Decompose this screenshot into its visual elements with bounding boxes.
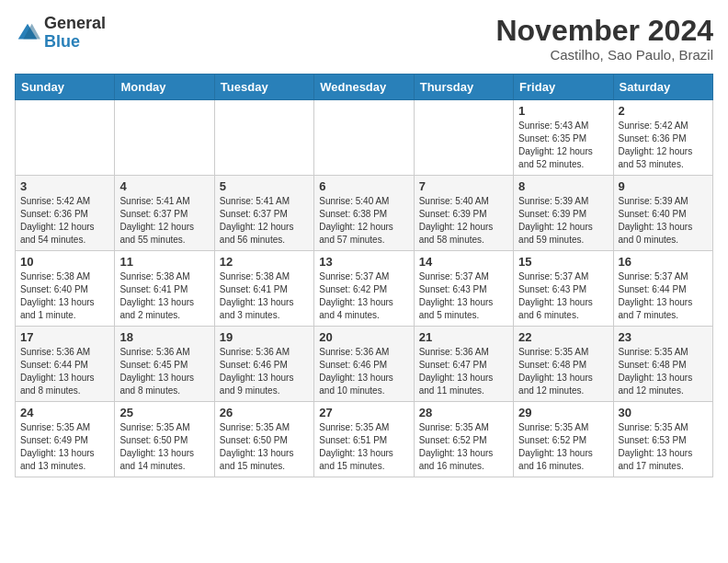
- day-info: Sunrise: 5:38 AMSunset: 6:40 PMDaylight:…: [20, 270, 109, 322]
- day-number: 26: [220, 406, 309, 419]
- calendar-day: 16Sunrise: 5:37 AMSunset: 6:44 PMDayligh…: [613, 251, 712, 327]
- day-info: Sunrise: 5:36 AMSunset: 6:45 PMDaylight:…: [119, 346, 209, 397]
- day-number: 21: [419, 330, 508, 344]
- calendar-day: 20Sunrise: 5:36 AMSunset: 6:46 PMDayligh…: [314, 327, 414, 402]
- day-info: Sunrise: 5:37 AMSunset: 6:42 PMDaylight:…: [319, 270, 408, 322]
- calendar-day: 14Sunrise: 5:37 AMSunset: 6:43 PMDayligh…: [414, 251, 513, 327]
- calendar-day: 24Sunrise: 5:35 AMSunset: 6:49 PMDayligh…: [16, 402, 115, 477]
- day-number: 8: [518, 179, 608, 193]
- day-info: Sunrise: 5:37 AMSunset: 6:44 PMDaylight:…: [619, 270, 708, 322]
- calendar-day: 25Sunrise: 5:35 AMSunset: 6:50 PMDayligh…: [115, 402, 214, 477]
- day-number: 14: [419, 255, 508, 269]
- day-number: 7: [419, 179, 508, 193]
- day-number: 22: [518, 330, 608, 344]
- calendar-day: 7Sunrise: 5:40 AMSunset: 6:39 PMDaylight…: [414, 176, 513, 251]
- day-number: 23: [619, 330, 708, 344]
- day-info: Sunrise: 5:35 AMSunset: 6:52 PMDaylight:…: [518, 421, 608, 473]
- day-number: 24: [20, 406, 109, 419]
- calendar-day: [16, 100, 115, 176]
- weekday-header-thursday: Thursday: [414, 75, 513, 100]
- weekday-header-friday: Friday: [514, 75, 613, 100]
- calendar-table: SundayMondayTuesdayWednesdayThursdayFrid…: [15, 74, 713, 477]
- weekday-header-saturday: Saturday: [613, 75, 712, 100]
- logo-blue: Blue: [44, 33, 106, 52]
- page-header: General Blue November 2024 Castilho, Sao…: [15, 15, 713, 63]
- day-info: Sunrise: 5:36 AMSunset: 6:47 PMDaylight:…: [419, 346, 508, 397]
- day-info: Sunrise: 5:42 AMSunset: 6:36 PMDaylight:…: [619, 120, 708, 171]
- calendar-day: 10Sunrise: 5:38 AMSunset: 6:40 PMDayligh…: [16, 251, 115, 327]
- day-number: 5: [220, 179, 309, 193]
- calendar-day: 1Sunrise: 5:43 AMSunset: 6:35 PMDaylight…: [514, 100, 613, 176]
- weekday-row: SundayMondayTuesdayWednesdayThursdayFrid…: [16, 75, 713, 100]
- day-number: 17: [20, 330, 109, 344]
- day-number: 11: [119, 255, 209, 269]
- calendar-week-2: 3Sunrise: 5:42 AMSunset: 6:36 PMDaylight…: [16, 176, 713, 251]
- calendar-body: 1Sunrise: 5:43 AMSunset: 6:35 PMDaylight…: [16, 100, 713, 477]
- title-block: November 2024 Castilho, Sao Paulo, Brazi…: [495, 15, 713, 63]
- calendar-day: 2Sunrise: 5:42 AMSunset: 6:36 PMDaylight…: [613, 100, 712, 176]
- day-info: Sunrise: 5:43 AMSunset: 6:35 PMDaylight:…: [518, 120, 608, 171]
- day-info: Sunrise: 5:35 AMSunset: 6:49 PMDaylight:…: [20, 421, 109, 473]
- calendar-header: SundayMondayTuesdayWednesdayThursdayFrid…: [16, 75, 713, 100]
- day-info: Sunrise: 5:35 AMSunset: 6:50 PMDaylight:…: [220, 421, 309, 473]
- day-number: 1: [518, 104, 608, 118]
- day-info: Sunrise: 5:36 AMSunset: 6:44 PMDaylight:…: [20, 346, 109, 397]
- logo: General Blue: [15, 15, 106, 52]
- day-info: Sunrise: 5:35 AMSunset: 6:51 PMDaylight:…: [319, 421, 408, 473]
- calendar-day: 26Sunrise: 5:35 AMSunset: 6:50 PMDayligh…: [214, 402, 313, 477]
- day-info: Sunrise: 5:35 AMSunset: 6:48 PMDaylight:…: [619, 346, 708, 397]
- day-number: 13: [319, 255, 408, 269]
- calendar-day: 9Sunrise: 5:39 AMSunset: 6:40 PMDaylight…: [613, 176, 712, 251]
- calendar-day: 12Sunrise: 5:38 AMSunset: 6:41 PMDayligh…: [214, 251, 313, 327]
- calendar-day: 6Sunrise: 5:40 AMSunset: 6:38 PMDaylight…: [314, 176, 414, 251]
- calendar-day: 5Sunrise: 5:41 AMSunset: 6:37 PMDaylight…: [214, 176, 313, 251]
- day-number: 27: [319, 406, 408, 419]
- day-info: Sunrise: 5:38 AMSunset: 6:41 PMDaylight:…: [119, 270, 209, 322]
- day-number: 10: [20, 255, 109, 269]
- weekday-header-wednesday: Wednesday: [314, 75, 414, 100]
- calendar-day: 23Sunrise: 5:35 AMSunset: 6:48 PMDayligh…: [613, 327, 712, 402]
- month-title: November 2024: [495, 15, 713, 47]
- day-number: 4: [119, 179, 209, 193]
- calendar-day: 18Sunrise: 5:36 AMSunset: 6:45 PMDayligh…: [115, 327, 214, 402]
- day-info: Sunrise: 5:35 AMSunset: 6:52 PMDaylight:…: [419, 421, 508, 473]
- calendar-day: 13Sunrise: 5:37 AMSunset: 6:42 PMDayligh…: [314, 251, 414, 327]
- logo-icon: [15, 20, 40, 46]
- day-info: Sunrise: 5:35 AMSunset: 6:50 PMDaylight:…: [119, 421, 209, 473]
- day-number: 3: [20, 179, 109, 193]
- calendar-day: 29Sunrise: 5:35 AMSunset: 6:52 PMDayligh…: [514, 402, 613, 477]
- calendar-day: 22Sunrise: 5:35 AMSunset: 6:48 PMDayligh…: [514, 327, 613, 402]
- calendar-day: [214, 100, 313, 176]
- calendar-week-3: 10Sunrise: 5:38 AMSunset: 6:40 PMDayligh…: [16, 251, 713, 327]
- day-info: Sunrise: 5:40 AMSunset: 6:38 PMDaylight:…: [319, 195, 408, 247]
- calendar-day: 30Sunrise: 5:35 AMSunset: 6:53 PMDayligh…: [613, 402, 712, 477]
- calendar-day: 27Sunrise: 5:35 AMSunset: 6:51 PMDayligh…: [314, 402, 414, 477]
- calendar-day: 21Sunrise: 5:36 AMSunset: 6:47 PMDayligh…: [414, 327, 513, 402]
- day-number: 2: [619, 104, 708, 118]
- location: Castilho, Sao Paulo, Brazil: [495, 47, 713, 63]
- day-number: 19: [220, 330, 309, 344]
- day-info: Sunrise: 5:41 AMSunset: 6:37 PMDaylight:…: [220, 195, 309, 247]
- day-number: 6: [319, 179, 408, 193]
- day-number: 15: [518, 255, 608, 269]
- day-number: 25: [119, 406, 209, 419]
- calendar-day: 19Sunrise: 5:36 AMSunset: 6:46 PMDayligh…: [214, 327, 313, 402]
- weekday-header-sunday: Sunday: [16, 75, 115, 100]
- day-info: Sunrise: 5:42 AMSunset: 6:36 PMDaylight:…: [20, 195, 109, 247]
- day-info: Sunrise: 5:36 AMSunset: 6:46 PMDaylight:…: [220, 346, 309, 397]
- calendar-day: 15Sunrise: 5:37 AMSunset: 6:43 PMDayligh…: [514, 251, 613, 327]
- day-info: Sunrise: 5:36 AMSunset: 6:46 PMDaylight:…: [319, 346, 408, 397]
- calendar-day: [314, 100, 414, 176]
- day-info: Sunrise: 5:39 AMSunset: 6:40 PMDaylight:…: [619, 195, 708, 247]
- calendar-day: [115, 100, 214, 176]
- day-info: Sunrise: 5:37 AMSunset: 6:43 PMDaylight:…: [419, 270, 508, 322]
- logo-general: General: [44, 15, 106, 33]
- day-number: 20: [319, 330, 408, 344]
- day-number: 28: [419, 406, 508, 419]
- day-number: 12: [220, 255, 309, 269]
- calendar-week-1: 1Sunrise: 5:43 AMSunset: 6:35 PMDaylight…: [16, 100, 713, 176]
- day-info: Sunrise: 5:35 AMSunset: 6:53 PMDaylight:…: [619, 421, 708, 473]
- day-number: 9: [619, 179, 708, 193]
- calendar-day: 28Sunrise: 5:35 AMSunset: 6:52 PMDayligh…: [414, 402, 513, 477]
- weekday-header-monday: Monday: [115, 75, 214, 100]
